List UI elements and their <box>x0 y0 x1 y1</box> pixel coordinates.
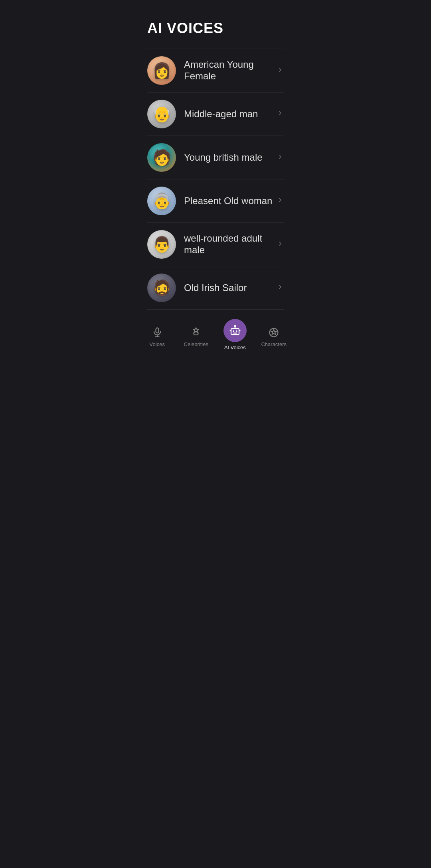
svg-point-7 <box>236 330 237 332</box>
voice-item-3[interactable]: 🧑 Young british male <box>147 136 284 179</box>
nav-item-ai-voices[interactable]: AI Voices <box>216 323 255 350</box>
voice-avatar-1: 👩 <box>147 56 176 85</box>
chevron-right-icon-5 <box>277 240 284 249</box>
voice-avatar-6: 🧔 <box>147 274 176 302</box>
voice-item-2[interactable]: 👴 Middle-aged man <box>147 93 284 136</box>
main-content: AI VOICES 👩 American Young Female 👴 Midd… <box>138 0 293 318</box>
voice-avatar-5: 👨 <box>147 230 176 259</box>
bottom-nav: Voices Celebrities <box>138 318 293 358</box>
voices-icon-wrap <box>151 326 164 339</box>
chevron-right-icon-2 <box>277 110 284 119</box>
voice-item-4[interactable]: 👵 Pleasent Old woman <box>147 179 284 223</box>
voice-name-6: Old Irish Sailor <box>184 282 273 294</box>
nav-label-ai-voices: AI Voices <box>224 344 246 350</box>
voice-name-2: Middle-aged man <box>184 108 273 120</box>
robot-icon <box>229 325 241 337</box>
nav-label-celebrities: Celebrities <box>184 341 208 347</box>
microphone-icon <box>152 327 163 338</box>
nav-item-characters[interactable]: Characters <box>255 326 294 347</box>
voice-avatar-4: 👵 <box>147 187 176 215</box>
svg-point-6 <box>233 330 234 332</box>
voice-item-1[interactable]: 👩 American Young Female <box>147 49 284 93</box>
voice-name-3: Young british male <box>184 152 273 163</box>
voice-name-4: Pleasent Old woman <box>184 195 273 207</box>
ai-voices-icon-wrap <box>223 319 247 342</box>
voice-list: 👩 American Young Female 👴 Middle-aged ma… <box>147 49 284 310</box>
voice-avatar-2: 👴 <box>147 100 176 128</box>
voice-name-1: American Young Female <box>184 59 273 82</box>
voice-name-5: well-rounded adult male <box>184 233 273 256</box>
chevron-right-icon-3 <box>277 153 284 162</box>
svg-rect-0 <box>156 328 158 333</box>
nav-label-voices: Voices <box>150 341 165 347</box>
chevron-right-icon-1 <box>277 66 284 75</box>
nav-label-characters: Characters <box>261 341 287 347</box>
voice-item-5[interactable]: 👨 well-rounded adult male <box>147 223 284 266</box>
chevron-right-icon-6 <box>277 283 284 293</box>
characters-icon <box>268 327 279 338</box>
nav-item-celebrities[interactable]: Celebrities <box>177 326 216 347</box>
characters-icon-wrap <box>267 326 280 339</box>
page-title: AI VOICES <box>147 20 284 37</box>
star-person-icon <box>190 327 202 338</box>
voice-item-6[interactable]: 🧔 Old Irish Sailor <box>147 266 284 310</box>
svg-marker-13 <box>271 329 277 335</box>
nav-item-voices[interactable]: Voices <box>138 326 177 347</box>
voice-avatar-3: 🧑 <box>147 143 176 172</box>
page-container: AI VOICES 👩 American Young Female 👴 Midd… <box>138 0 293 358</box>
chevron-right-icon-4 <box>277 197 284 206</box>
celebrities-icon-wrap <box>190 326 202 339</box>
svg-rect-5 <box>231 329 239 335</box>
